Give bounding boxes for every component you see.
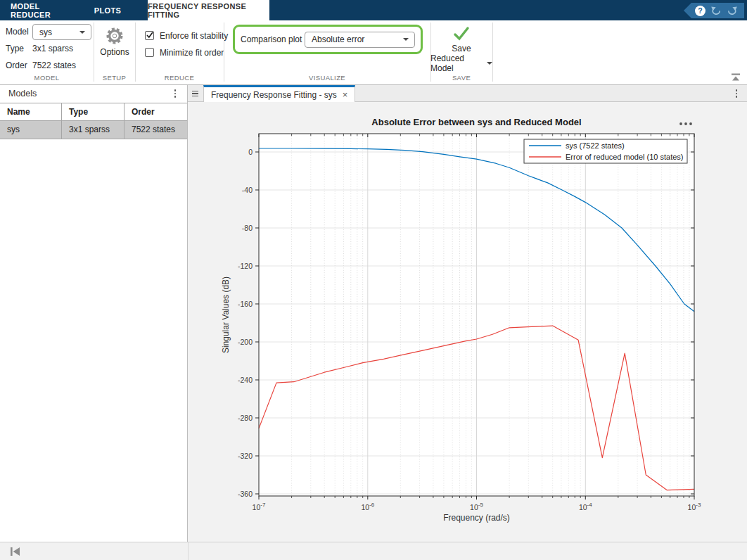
status-bar-divider [188, 542, 189, 560]
help-icon[interactable]: ? [695, 6, 706, 16]
checkmark-icon [146, 31, 154, 39]
y-axis-label: Singular Values (dB) [221, 276, 231, 353]
options-button[interactable]: Options [94, 26, 135, 57]
y-tick-label: -280 [238, 414, 253, 422]
collapse-ribbon-icon[interactable] [730, 73, 741, 82]
cell-order: 7522 states [124, 121, 187, 139]
y-tick-label: -240 [238, 376, 253, 384]
legend[interactable]: sys (7522 states)Error of reduced model … [524, 139, 687, 163]
undo-icon[interactable] [710, 6, 722, 15]
document-area: Frequency Response Fitting - sys × 10-71… [188, 85, 747, 542]
x-axis-label: Frequency (rad/s) [443, 513, 510, 523]
section-label-visualize: VISUALIZE [224, 74, 430, 83]
chart-title: Absolute Error between sys and Reduced M… [371, 117, 581, 127]
comparison-plot-value: Absolute error [312, 34, 364, 44]
x-tick-label: 10-6 [361, 502, 374, 511]
legend-entry: Error of reduced model (10 states) [566, 153, 684, 161]
model-reducer-app: MODEL REDUCER PLOTS FREQUENCY RESPONSE F… [0, 0, 747, 560]
tab-frequency-response-fitting[interactable]: FREQUENCY RESPONSE FITTING [148, 0, 269, 20]
order-value: 7522 states [32, 60, 76, 71]
y-tick-label: -160 [238, 300, 253, 308]
tab-model-reducer[interactable]: MODEL REDUCER [11, 0, 78, 20]
x-tick-label: 10-7 [253, 502, 266, 511]
x-tick-label: 10-3 [688, 502, 701, 511]
chevron-down-icon [403, 38, 409, 41]
section-divider [135, 23, 136, 82]
close-icon[interactable]: × [343, 90, 348, 99]
y-tick-label: -120 [238, 262, 253, 270]
status-bar [0, 542, 747, 560]
x-tick-label: 10-5 [470, 502, 483, 511]
tab-plots[interactable]: PLOTS [90, 0, 125, 20]
comparison-plot-highlight: Comparison plot Absolute error [233, 25, 423, 54]
quick-access-toolbar: ? [684, 3, 744, 18]
figure-container: 10-710-610-510-410-30-40-80-120-160-200-… [188, 102, 747, 542]
y-tick-label: -80 [242, 224, 253, 232]
y-tick-label: -40 [242, 186, 253, 194]
models-table-header: Name Type Order [0, 103, 187, 121]
section-divider [224, 23, 224, 82]
kebab-menu-icon[interactable] [170, 89, 180, 98]
toolstrip: Model sys Type 3x1 sparss Order 7522 sta… [0, 20, 747, 85]
plot-options-menu-icon[interactable] [679, 122, 692, 125]
table-row[interactable]: sys 3x1 sparss 7522 states [0, 121, 187, 139]
ribbon-tab-bar: MODEL REDUCER PLOTS FREQUENCY RESPONSE F… [0, 0, 747, 20]
x-tick-label: 10-4 [579, 502, 592, 511]
section-label-setup: SETUP [94, 74, 135, 83]
type-label: Type [6, 43, 24, 54]
section-label-model: MODEL [0, 74, 94, 83]
comparison-plot-label: Comparison plot [241, 34, 302, 44]
y-tick-label: -320 [238, 452, 253, 460]
collapse-panel-icon[interactable] [10, 547, 21, 556]
section-divider [492, 23, 493, 82]
y-tick-label: 0 [248, 148, 253, 156]
minimize-fit-order-checkbox[interactable] [145, 48, 154, 57]
check-icon [452, 26, 471, 42]
cell-type: 3x1 sparss [62, 121, 124, 139]
y-tick-label: -200 [238, 338, 253, 346]
save-button-line1: Save [452, 44, 471, 53]
legend-entry: sys (7522 states) [566, 141, 625, 150]
gear-icon [105, 26, 124, 46]
options-button-label: Options [100, 47, 129, 57]
models-table: Name Type Order sys 3x1 sparss 7522 stat… [0, 103, 187, 139]
section-label-reduce: REDUCE [135, 74, 224, 83]
enforce-fit-stability-label: Enforce fit stability [160, 30, 228, 42]
model-dropdown[interactable]: sys [32, 24, 91, 40]
cell-name: sys [0, 121, 62, 139]
save-button-line2: Reduced Model [430, 53, 483, 73]
model-dropdown-value: sys [39, 27, 52, 37]
kebab-menu-icon[interactable] [732, 89, 741, 98]
column-header-order: Order [124, 103, 187, 121]
document-tab-frf-sys[interactable]: Frequency Response Fitting - sys × [203, 85, 355, 102]
document-tab-strip: Frequency Response Fitting - sys × [188, 85, 747, 102]
chevron-down-icon [79, 31, 85, 34]
enforce-fit-stability-checkbox[interactable] [145, 31, 154, 40]
type-value: 3x1 sparss [32, 43, 73, 54]
models-panel-title: Models [8, 89, 37, 98]
column-header-name: Name [0, 103, 62, 121]
comparison-plot-dropdown[interactable]: Absolute error [305, 32, 415, 48]
section-label-save: SAVE [430, 74, 492, 83]
order-label: Order [6, 60, 27, 71]
document-tab-title: Frequency Response Fitting - sys [211, 90, 337, 100]
save-reduced-model-button[interactable]: Save Reduced Model [430, 26, 492, 73]
y-tick-label: -360 [238, 490, 253, 498]
minimize-fit-order-label: Minimize fit order [160, 47, 224, 58]
redo-icon[interactable] [727, 6, 738, 15]
column-header-type: Type [62, 103, 124, 121]
chevron-down-icon [487, 62, 492, 65]
hamburger-icon[interactable] [192, 89, 200, 98]
models-panel: Models Name Type Order sys 3x1 sparss 75… [0, 85, 188, 542]
frequency-response-chart[interactable]: 10-710-610-510-410-30-40-80-120-160-200-… [188, 102, 747, 542]
model-label: Model [6, 26, 29, 37]
models-panel-header: Models [0, 85, 187, 103]
